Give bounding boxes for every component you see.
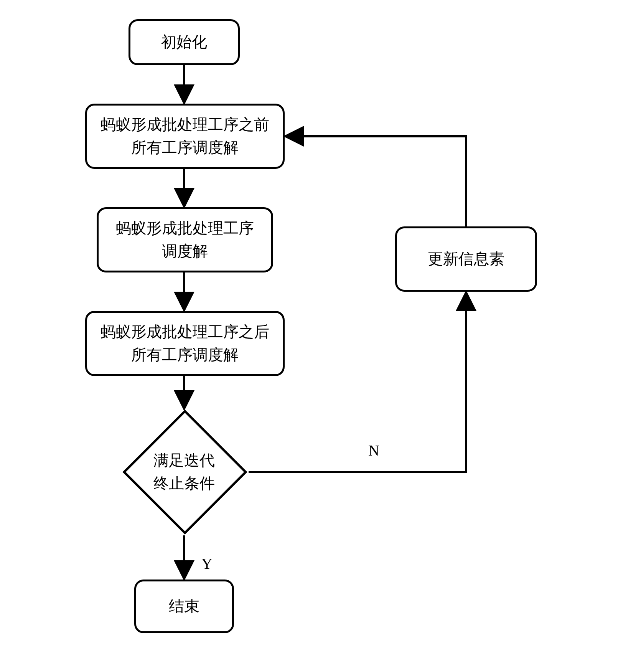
edge-label-yes: Y	[201, 555, 213, 573]
node-update: 更新信息素	[395, 226, 537, 292]
node-init: 初始化	[129, 19, 240, 65]
node-update-label: 更新信息素	[428, 248, 504, 271]
edge-label-no: N	[368, 441, 379, 459]
node-before-line1: 蚂蚁形成批处理工序之前	[101, 113, 269, 136]
node-after-line1: 蚂蚁形成批处理工序之后	[101, 320, 269, 343]
node-batch: 蚂蚁形成批处理工序 调度解	[97, 207, 273, 272]
node-init-label: 初始化	[161, 31, 207, 54]
node-end: 结束	[134, 580, 234, 633]
node-before: 蚂蚁形成批处理工序之前 所有工序调度解	[85, 104, 285, 169]
node-after: 蚂蚁形成批处理工序之后 所有工序调度解	[85, 311, 285, 376]
node-decision	[122, 409, 247, 534]
node-end-label: 结束	[169, 595, 199, 618]
node-before-line2: 所有工序调度解	[131, 136, 239, 159]
node-batch-line2: 调度解	[162, 240, 208, 263]
node-batch-line1: 蚂蚁形成批处理工序	[116, 217, 254, 240]
node-after-line2: 所有工序调度解	[131, 343, 239, 367]
